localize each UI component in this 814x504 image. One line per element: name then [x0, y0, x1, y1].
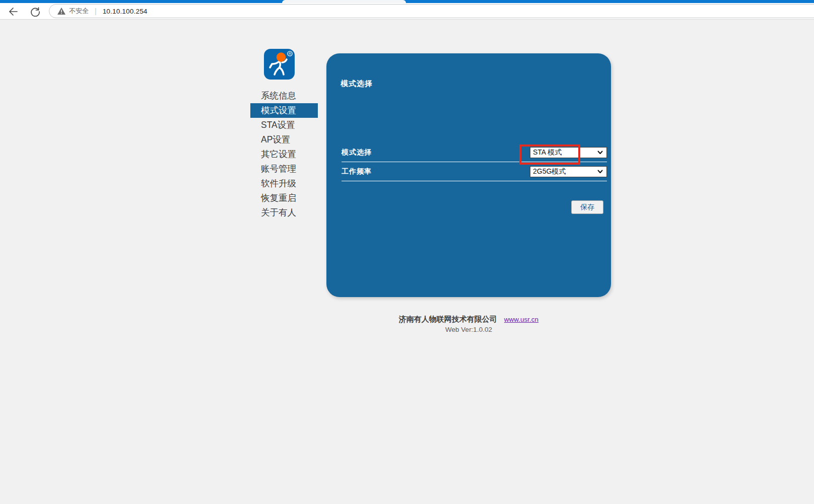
- usr-website-link[interactable]: www.usr.cn: [504, 316, 538, 323]
- chevron-down-icon: [597, 151, 603, 155]
- sidebar-item-mode-settings[interactable]: 模式设置: [250, 103, 318, 118]
- sidebar-menu: 系统信息 模式设置 STA设置 AP设置 其它设置 账号管理 软件升级 恢复重启…: [250, 89, 318, 220]
- footer: 济南有人物联网技术有限公司www.usr.cn Web Ver:1.0.02: [326, 315, 611, 333]
- usr-logo: R: [264, 49, 295, 80]
- form-row-mode: 模式选择 STA 模式: [342, 143, 607, 162]
- footer-company-line: 济南有人物联网技术有限公司www.usr.cn: [326, 315, 611, 324]
- company-name: 济南有人物联网技术有限公司: [399, 315, 497, 323]
- mode-select-value: STA 模式: [533, 148, 562, 157]
- not-secure-label[interactable]: 不安全: [69, 7, 89, 16]
- mode-form: 模式选择 STA 模式 工作频率 2G5G模式: [342, 143, 607, 181]
- screen: 不安全 | 10.10.100.254 中文 | English R: [0, 0, 814, 504]
- frequency-select-value: 2G5G模式: [533, 167, 566, 176]
- mode-select-label: 模式选择: [342, 148, 372, 157]
- browser-toolbar: 不安全 | 10.10.100.254: [0, 3, 814, 20]
- not-secure-warning-icon: [57, 8, 65, 15]
- settings-panel: 模式选择 模式选择 STA 模式 工作频率 2G5G模式: [326, 53, 611, 297]
- web-version: Web Ver:1.0.02: [326, 326, 611, 333]
- form-row-frequency: 工作频率 2G5G模式: [342, 162, 607, 181]
- save-button[interactable]: 保存: [571, 200, 603, 214]
- sidebar-item-sta-settings[interactable]: STA设置: [250, 118, 318, 132]
- sidebar-item-about[interactable]: 关于有人: [250, 205, 318, 220]
- frequency-select-dropdown[interactable]: 2G5G模式: [530, 166, 607, 177]
- sidebar-item-other-settings[interactable]: 其它设置: [250, 147, 318, 162]
- url-text[interactable]: 10.10.100.254: [103, 8, 148, 15]
- page-content: 中文 | English R 系统信息 模式设置 STA设置 AP设置 其它设置: [0, 20, 814, 504]
- svg-text:R: R: [289, 52, 291, 55]
- sidebar-item-ap-settings[interactable]: AP设置: [250, 132, 318, 147]
- sidebar-item-firmware-upgrade[interactable]: 软件升级: [250, 176, 318, 191]
- mode-select-dropdown[interactable]: STA 模式: [530, 147, 607, 158]
- sidebar-item-system-info[interactable]: 系统信息: [250, 89, 318, 103]
- sidebar-item-restore-restart[interactable]: 恢复重启: [250, 191, 318, 205]
- frequency-select-label: 工作频率: [342, 167, 372, 176]
- chevron-down-icon: [597, 170, 603, 174]
- panel-title: 模式选择: [341, 79, 373, 89]
- refresh-icon[interactable]: [30, 7, 40, 17]
- back-icon[interactable]: [8, 7, 18, 17]
- sidebar-item-account-management[interactable]: 账号管理: [250, 162, 318, 176]
- address-bar[interactable]: 不安全 | 10.10.100.254: [49, 4, 814, 18]
- address-separator: |: [95, 7, 97, 15]
